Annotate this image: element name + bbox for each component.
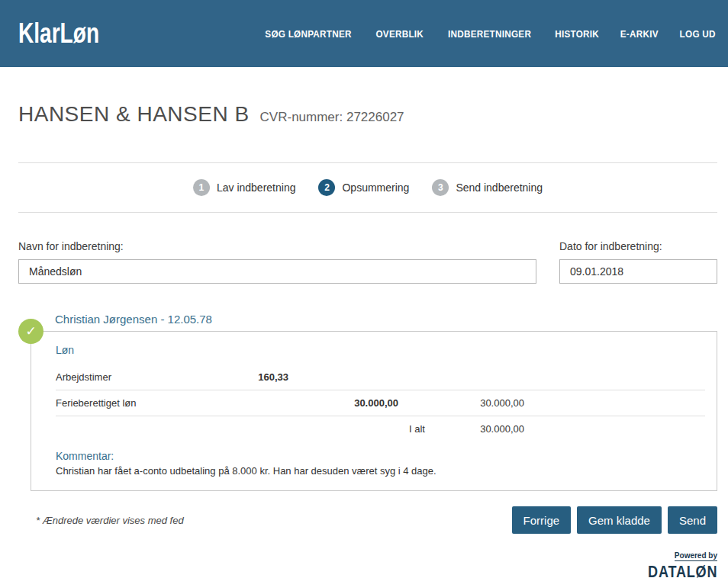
employee-card: Løn Arbejdstimer 160,33 Ferieberettiget …	[31, 331, 717, 491]
action-buttons: Forrige Gem kladde Send	[512, 506, 717, 534]
pay-row-label: Arbejdstimer	[56, 371, 234, 383]
report-meta-form: Navn for indberetning: Dato for indberet…	[18, 240, 717, 284]
pay-table: Arbejdstimer 160,33 Ferieberettiget løn …	[56, 364, 705, 442]
table-row-total: I alt 30.000,00	[56, 416, 705, 442]
cvr-number: CVR-nummer: 27226027	[260, 110, 404, 125]
report-name-field-group: Navn for indberetning:	[18, 240, 536, 284]
step-3-circle: 3	[432, 179, 449, 196]
pay-row-total: 30.000,00	[447, 397, 524, 409]
powered-by-label: Powered by	[675, 551, 717, 561]
step-lav-indberetning[interactable]: 1 Lav indberetning	[193, 179, 296, 196]
step-2-label: Opsummering	[342, 181, 409, 194]
nav-item-soeg-loenpartner[interactable]: SØG LØNPARTNER	[265, 28, 351, 40]
report-date-field-group: Dato for indberetning:	[559, 240, 717, 284]
step-opsummering[interactable]: 2 Opsummering	[318, 179, 409, 196]
comment-label: Kommentar:	[56, 450, 705, 462]
employee-name: Christian Jørgensen - 12.05.78	[55, 313, 717, 331]
pay-section-title: Løn	[56, 344, 705, 356]
step-2-circle: 2	[318, 179, 335, 196]
app-logo[interactable]: KlarLøn	[18, 18, 99, 50]
step-3-label: Send indberetning	[456, 181, 543, 194]
dataloen-logo: DATALØN	[648, 562, 717, 578]
pay-row-hours: 160,33	[234, 371, 288, 383]
previous-button[interactable]: Forrige	[512, 506, 572, 534]
pay-row-total-label: I alt	[398, 423, 447, 435]
nav-item-overblik[interactable]: OVERBLIK	[375, 28, 424, 40]
save-draft-button[interactable]: Gem kladde	[577, 506, 662, 534]
wizard-stepper: 1 Lav indberetning 2 Opsummering 3 Send …	[18, 163, 717, 212]
company-name: HANSEN & HANSEN B	[18, 102, 250, 127]
page-header: HANSEN & HANSEN B CVR-nummer: 27226027	[18, 102, 717, 127]
table-row: Arbejdstimer 160,33	[56, 364, 705, 390]
main-nav: SØG LØNPARTNER OVERBLIK INDBERETNINGER H…	[260, 28, 717, 40]
divider-stepper	[18, 212, 717, 213]
nav-item-historik[interactable]: HISTORIK	[555, 28, 599, 40]
powered-by-block: Powered by DATALØN	[18, 551, 717, 578]
page-content: HANSEN & HANSEN B CVR-nummer: 27226027 1…	[0, 102, 728, 578]
send-button[interactable]: Send	[668, 506, 717, 534]
check-icon: ✓	[18, 319, 43, 344]
top-navbar: KlarLøn SØG LØNPARTNER OVERBLIK INDBERET…	[0, 0, 728, 67]
table-row: Ferieberettiget løn 30.000,00 30.000,00	[56, 390, 705, 416]
comment-text: Christian har fået a-conto udbetaling på…	[56, 465, 705, 477]
pay-row-label: Ferieberettiget løn	[56, 397, 234, 409]
step-send-indberetning[interactable]: 3 Send indberetning	[432, 179, 543, 196]
report-name-label: Navn for indberetning:	[18, 240, 536, 252]
nav-item-e-arkiv[interactable]: E-ARKIV	[620, 28, 659, 40]
step-1-label: Lav indberetning	[217, 181, 296, 194]
pay-row-amount: 30.000,00	[288, 397, 398, 409]
report-date-label: Dato for indberetning:	[559, 240, 717, 252]
employee-summary-section: ✓ Christian Jørgensen - 12.05.78 Løn Arb…	[18, 313, 717, 491]
bold-values-note: * Ændrede værdier vises med fed	[36, 515, 184, 526]
nav-item-indberetninger[interactable]: INDBERETNINGER	[448, 28, 531, 40]
step-1-circle: 1	[193, 179, 210, 196]
report-date-input[interactable]	[559, 259, 717, 284]
pay-row-total: 30.000,00	[447, 423, 524, 435]
nav-item-log-ud[interactable]: LOG UD	[679, 28, 715, 40]
action-bar: * Ændrede værdier vises med fed Forrige …	[18, 506, 717, 534]
report-name-input[interactable]	[18, 259, 536, 284]
